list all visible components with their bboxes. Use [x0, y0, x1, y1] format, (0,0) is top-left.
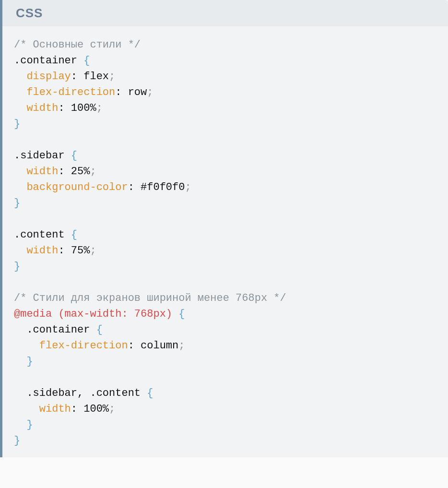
selector: .content [90, 387, 147, 399]
semicolon: ; [178, 340, 185, 352]
colon: : [128, 181, 141, 193]
brace-close: } [14, 261, 20, 273]
brace-close: } [14, 435, 20, 447]
semicolon: ; [109, 403, 115, 415]
property: width [26, 245, 58, 257]
semicolon: ; [90, 166, 96, 178]
value: 25% [71, 166, 90, 178]
value: 100% [83, 403, 109, 415]
property: width [26, 102, 58, 114]
colon: : [115, 86, 128, 98]
property: display [26, 71, 71, 83]
media-query: @media (max-width: 768px) [14, 308, 178, 320]
language-label: CSS [16, 6, 43, 20]
colon: : [71, 403, 83, 415]
colon: : [58, 166, 71, 178]
selector: .content [14, 229, 71, 241]
property: width [39, 403, 71, 415]
property: width [26, 166, 58, 178]
brace-close: } [14, 118, 20, 130]
semicolon: ; [96, 102, 103, 114]
comment: /* Стили для экранов шириной менее 768px… [14, 292, 286, 304]
brace-open: { [178, 308, 185, 320]
brace-open: { [96, 324, 103, 336]
value: #f0f0f0 [141, 181, 185, 193]
colon: : [71, 71, 83, 83]
semicolon: ; [185, 181, 191, 193]
selector: .container [14, 55, 83, 67]
selector: .sidebar [14, 150, 71, 162]
selector: .sidebar [26, 387, 77, 399]
brace-open: { [71, 150, 77, 162]
colon: : [58, 245, 71, 257]
colon: : [58, 102, 71, 114]
code-header: CSS [2, 0, 448, 26]
semicolon: ; [147, 86, 153, 98]
semicolon: ; [90, 245, 96, 257]
value: 100% [71, 102, 96, 114]
semicolon: ; [109, 71, 115, 83]
comment: /* Основные стили */ [14, 39, 141, 51]
property: flex-direction [26, 86, 115, 98]
value: flex [83, 71, 109, 83]
property: background-color [26, 181, 128, 193]
brace-open: { [147, 387, 153, 399]
brace-close: } [26, 419, 33, 431]
brace-open: { [83, 55, 90, 67]
code-body[interactable]: /* Основные стили */ .container { displa… [2, 26, 448, 457]
brace-close: } [26, 356, 33, 368]
brace-close: } [14, 197, 20, 209]
value: column [141, 340, 178, 352]
comma: , [77, 387, 90, 399]
colon: : [128, 340, 141, 352]
value: 75% [71, 245, 90, 257]
brace-open: { [71, 229, 77, 241]
code-block: CSS /* Основные стили */ .container { di… [0, 0, 448, 457]
value: row [128, 86, 147, 98]
property: flex-direction [39, 340, 128, 352]
selector: .container [26, 324, 96, 336]
